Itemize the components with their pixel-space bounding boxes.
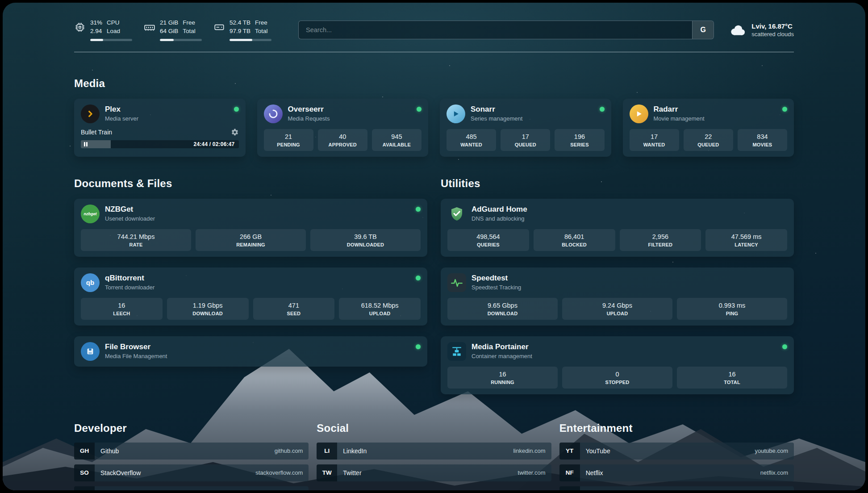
bookmark-abbr: DT: [74, 486, 95, 490]
disk-progress-bar: [230, 39, 271, 41]
disk-free-value: 52.4 TB: [230, 19, 250, 27]
utilities-column: Utilities: [441, 177, 794, 394]
stat-queued: 17 QUEUED: [501, 129, 550, 151]
sonarr-icon: [447, 104, 465, 123]
stat-approved: 40 APPROVED: [318, 129, 367, 151]
stat-blocked: 86,401 BLOCKED: [534, 229, 615, 251]
bookmark-abbr: SO: [74, 464, 95, 481]
stat-queries: 498,564 QUERIES: [447, 229, 529, 251]
cpu-label: CPU: [107, 19, 120, 27]
stat-wanted: 17 WANTED: [630, 129, 679, 151]
app-name: File Browser: [105, 343, 410, 351]
app-card-filebrowser[interactable]: File Browser Media File Management: [74, 336, 427, 367]
bookmark-twitter[interactable]: TW Twitter twitter.com: [317, 464, 551, 481]
app-subtitle: Torrent downloader: [105, 284, 410, 291]
app-name: NZBGet: [105, 205, 410, 214]
bookmark-youtube[interactable]: YT YouTube youtube.com: [559, 443, 794, 460]
adguard-icon: [447, 205, 466, 223]
top-bar: 31% 2.94 CPU Load: [74, 3, 794, 41]
bookmark-name: YouTube: [586, 447, 610, 455]
app-card-overseerr[interactable]: Overseerr Media Requests 21 PENDING 40 A…: [257, 99, 429, 157]
cpu-chip-icon: [74, 21, 86, 33]
search-input[interactable]: [299, 21, 692, 39]
app-name: qBittorrent: [105, 274, 410, 283]
stat-series: 196 SERIES: [555, 129, 604, 151]
stat-movies: 834 MOVIES: [738, 129, 787, 151]
app-subtitle: Usenet downloader: [105, 215, 410, 222]
ram-free-value: 21 GiB: [160, 19, 178, 27]
app-name: AdGuard Home: [472, 205, 787, 214]
plex-icon: [81, 104, 100, 123]
bookmark-abbr: NF: [559, 464, 580, 481]
memory-widget: 21 GiB 64 GiB Free Total: [144, 19, 202, 41]
cloud-icon: [729, 23, 746, 37]
disk-progress-fill: [230, 39, 252, 41]
stat-upload: 9.24 Gbps UPLOAD: [562, 298, 672, 320]
stat-wanted: 485 WANTED: [447, 129, 496, 151]
stat-downloaded: 39.6 TB DOWNLOADED: [310, 229, 421, 251]
cpu-widget: 31% 2.94 CPU Load: [74, 19, 132, 41]
stat-leech: 16 LEECH: [81, 298, 163, 320]
app-card-radarr[interactable]: Radarr Movie management 17 WANTED 22 QUE…: [623, 99, 794, 157]
ram-free-label: Free: [183, 19, 196, 27]
bookmark-url: github.com: [275, 447, 303, 454]
section-title-social: Social: [317, 422, 551, 435]
qbittorrent-icon: qb: [81, 273, 100, 292]
app-name: Overseerr: [288, 105, 412, 114]
section-title-utilities: Utilities: [441, 177, 794, 190]
bookmark-linkedin[interactable]: LI LinkedIn linkedin.com: [317, 443, 551, 460]
bookmark-group-entertainment: Entertainment YT YouTube youtube.com NF …: [559, 422, 794, 490]
media-grid: Plex Media server Bullet Train 24:44 / 0…: [74, 99, 794, 157]
nzbget-icon: nzbget: [81, 205, 100, 223]
section-title-developer: Developer: [74, 422, 309, 435]
bookmark-dev[interactable]: DT DEV dev.to: [74, 486, 309, 490]
app-card-sonarr[interactable]: Sonarr Series management 485 WANTED 17 Q…: [440, 99, 611, 157]
weather-condition: scattered clouds: [751, 31, 794, 38]
bookmark-netflix[interactable]: NF Netflix netflix.com: [559, 464, 794, 481]
app-card-portainer[interactable]: Media Portainer Container management 16 …: [441, 336, 794, 394]
pause-icon[interactable]: [84, 140, 88, 148]
gear-icon[interactable]: [231, 128, 239, 136]
bookmark-abbr: GH: [74, 443, 95, 460]
search-bar: G: [298, 21, 714, 39]
search-engine-button[interactable]: G: [692, 21, 714, 39]
stat-available: 945 AVAILABLE: [372, 129, 421, 151]
disk-free-label: Free: [255, 19, 268, 27]
disk-icon: [213, 21, 225, 33]
app-name: Sonarr: [471, 105, 594, 114]
bookmark-github[interactable]: GH Github github.com: [74, 443, 309, 460]
app-card-speedtest[interactable]: Speedtest Speedtest Tracking 9.65 Gbps D…: [441, 267, 794, 326]
weather-location-temp: Lviv, 16.87°C: [751, 22, 794, 30]
playback-time: 24:44 / 02:06:47: [194, 140, 235, 148]
stat-upload: 618.52 Mbps UPLOAD: [339, 298, 421, 320]
stat-pending: 21 PENDING: [264, 129, 313, 151]
app-card-nzbget[interactable]: nzbget NZBGet Usenet downloader 744.21 M…: [74, 199, 427, 257]
app-card-adguard[interactable]: AdGuard Home DNS and adblocking 498,564 …: [441, 199, 794, 257]
stat-stopped: 0 STOPPED: [562, 367, 672, 389]
bookmark-reddit[interactable]: RE Reddit reddit.com: [559, 486, 794, 490]
bookmark-abbr: YT: [559, 443, 580, 460]
bookmark-name: Netflix: [586, 469, 603, 476]
memory-icon: [144, 21, 155, 33]
stat-total: 16 TOTAL: [677, 367, 787, 389]
ram-progress-bar: [160, 39, 202, 41]
playback-progress-bar[interactable]: 24:44 / 02:06:47: [81, 140, 239, 148]
app-card-plex[interactable]: Plex Media server Bullet Train 24:44 / 0…: [74, 99, 246, 157]
app-name: Speedtest: [472, 274, 787, 283]
app-subtitle: Speedtest Tracking: [472, 284, 787, 291]
app-card-qbittorrent[interactable]: qb qBittorrent Torrent downloader 16 LEE…: [74, 267, 427, 326]
cpu-usage-value: 31%: [90, 19, 102, 27]
section-title-media: Media: [74, 77, 794, 90]
app-subtitle: Container management: [472, 353, 777, 359]
app-subtitle: Media File Management: [105, 353, 410, 359]
overseerr-icon: [264, 104, 283, 123]
weather-widget: Lviv, 16.87°C scattered clouds: [729, 22, 794, 38]
stat-download: 9.65 Gbps DOWNLOAD: [447, 298, 558, 320]
section-title-documents: Documents & Files: [74, 177, 427, 190]
bookmark-url: twitter.com: [518, 469, 546, 476]
status-online-dot: [782, 344, 787, 349]
bookmark-stackoverflow[interactable]: SO StackOverflow stackoverflow.com: [74, 464, 309, 481]
status-online-dot: [782, 107, 787, 112]
app-name: Radarr: [654, 105, 777, 114]
app-subtitle: DNS and adblocking: [472, 215, 787, 222]
